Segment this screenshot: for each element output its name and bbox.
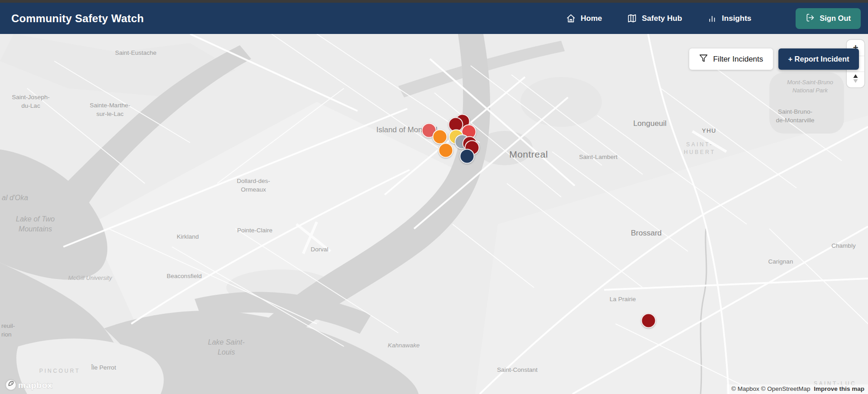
sign-out-button[interactable]: Sign Out: [796, 8, 861, 29]
compass-icon: [852, 74, 859, 86]
nav-item-insights[interactable]: Insights: [707, 14, 751, 23]
compass-button[interactable]: [847, 72, 864, 87]
map-label: Kahnawake: [388, 341, 420, 350]
sign-out-label: Sign Out: [820, 14, 851, 23]
map-label: Kirkland: [177, 233, 199, 241]
map-label: reuil-rion: [1, 322, 15, 339]
home-icon: [566, 14, 576, 23]
app-title: Community Safety Watch: [11, 12, 144, 25]
map-label: Saint-Constant: [497, 366, 537, 375]
nav-item-home[interactable]: Home: [566, 14, 602, 23]
map-label: Lake Saint-Louis: [208, 337, 245, 358]
filter-incidents-label: Filter Incidents: [713, 55, 763, 64]
map-label: Montreal: [509, 148, 548, 161]
map-label: Lake of TwoMountains: [16, 214, 55, 235]
map-attribution: © Mapbox © OpenStreetMap Improve this ma…: [727, 384, 868, 394]
map-label: La Prairie: [610, 295, 636, 304]
map-label: Île Perrot: [91, 364, 116, 372]
map-label: YHU: [702, 127, 716, 135]
mapbox-attribution-link[interactable]: © Mapbox: [731, 385, 759, 392]
map-label: Pointe-Claire: [237, 226, 272, 235]
nav-item-label: Home: [581, 14, 602, 23]
improve-map-link[interactable]: Improve this map: [814, 385, 864, 392]
incident-marker[interactable]: [439, 143, 453, 158]
map-label: Chambly: [831, 242, 855, 250]
top-navbar: Community Safety Watch Home Safety Hub I…: [0, 3, 868, 34]
incident-marker[interactable]: [433, 130, 448, 144]
map-label: Beaconsfield: [167, 272, 201, 281]
map-artwork: [0, 34, 868, 394]
mapbox-wordmark: mapbox: [18, 380, 52, 390]
map-label: Brossard: [631, 228, 662, 239]
filter-incidents-button[interactable]: Filter Incidents: [689, 48, 773, 70]
osm-attribution-link[interactable]: © OpenStreetMap: [761, 385, 810, 392]
nav-item-label: Insights: [722, 14, 751, 23]
map-label: Dollard-des-Ormeaux: [237, 177, 270, 194]
nav-item-safety-hub[interactable]: Safety Hub: [627, 14, 682, 23]
map-canvas[interactable]: Saint-EustacheSaint-Joseph-du-LacSainte-…: [0, 34, 868, 394]
main-nav: Home Safety Hub Insights Sign Out: [566, 8, 861, 29]
incident-marker[interactable]: [460, 149, 475, 164]
map-label: Saint-Lambert: [579, 153, 618, 162]
map-label: Longueuil: [633, 118, 667, 129]
map-label: Saint-Eustache: [115, 49, 157, 58]
map-label: Sainte-Marthe-sur-le-Lac: [90, 101, 130, 119]
incident-marker[interactable]: [641, 313, 656, 328]
map-label: Saint-Joseph-du-Lac: [12, 93, 49, 111]
mapbox-logo[interactable]: mapbox: [5, 379, 55, 391]
nav-item-label: Safety Hub: [642, 14, 682, 23]
map-label: al d'Oka: [2, 193, 28, 203]
filter-funnel-icon: [699, 54, 708, 65]
map-label: McGill University: [68, 274, 112, 282]
bar-chart-icon: [707, 14, 717, 23]
logout-icon: [806, 13, 815, 24]
report-incident-button[interactable]: + Report Incident: [778, 48, 859, 70]
map-label: SAINT-HUBERT: [684, 141, 715, 156]
map-icon: [627, 14, 637, 23]
map-label: Mont-Saint-BrunoNational Park: [787, 78, 833, 95]
map-label: Carignan: [768, 258, 793, 266]
map-label: Saint-Bruno-de-Montarville: [776, 108, 815, 125]
map-label: PINCOURT: [39, 367, 80, 375]
map-label: Dorval: [310, 245, 328, 254]
